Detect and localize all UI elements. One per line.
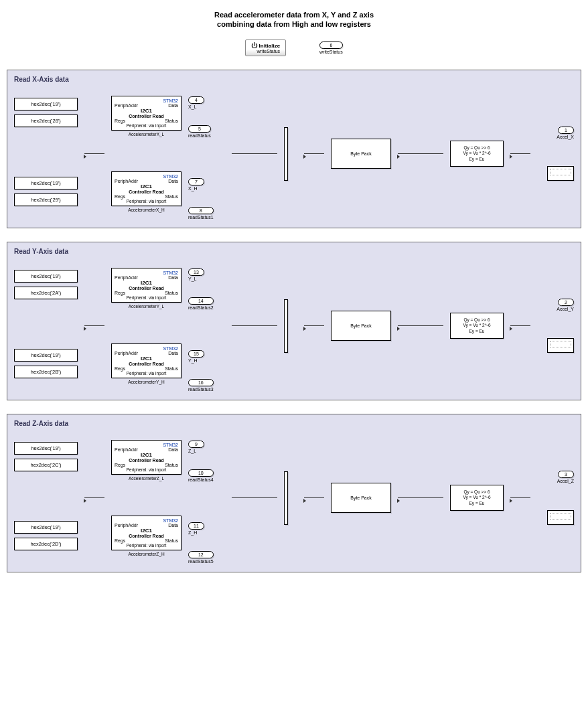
i2c-reader-low[interactable]: STM32 PeriphAddrData I2C1 Controller Rea… — [111, 440, 181, 475]
outport-data-high[interactable]: 7 — [188, 178, 204, 185]
i2c-reader-high[interactable]: STM32 PeriphAddrData I2C1 Controller Rea… — [111, 171, 181, 206]
wire — [398, 325, 443, 326]
const-reg-high[interactable]: hex2dec('2B') — [14, 366, 78, 378]
outport-status-low[interactable]: 10 — [188, 469, 214, 477]
shift-arithmetic-block[interactable]: Qy = Qu >> 6 Vy = Vu * 2^-6 Ey = Eu — [450, 313, 504, 339]
const-reg-high[interactable]: hex2dec('29') — [14, 193, 78, 206]
outport-data-low[interactable]: 13 — [188, 268, 204, 276]
const-reg-high[interactable]: hex2dec('2D') — [14, 538, 78, 550]
peripheral-text: Peripheral: via inport — [115, 371, 178, 376]
controller-read-label: Controller Read — [115, 114, 178, 119]
status-port-high: 12 readStatus5 — [188, 551, 214, 564]
outport-status-low-label: readStatus4 — [188, 477, 214, 482]
status-port-low: 14 readStatus2 — [188, 297, 214, 310]
outport-accel-label: Accel_Y — [557, 307, 574, 311]
port-periphaddr: PeriphAddr — [115, 275, 138, 280]
data-port-high: 7 X_H — [188, 178, 204, 191]
bus-label: I2C1 — [115, 280, 178, 286]
i2c-reader-high[interactable]: STM32 PeriphAddrData I2C1 Controller Rea… — [111, 516, 181, 550]
outport-writestatus[interactable]: 6 — [319, 42, 343, 49]
controller-read-label: Controller Read — [115, 189, 178, 194]
wire — [510, 325, 530, 326]
reader-name-low: AccelerometerX_L — [111, 132, 181, 137]
port-status: Status — [165, 538, 178, 543]
port-periphaddr: PeriphAddr — [115, 447, 138, 452]
const-addr-low[interactable]: hex2dec('19') — [14, 98, 78, 110]
outport-data-low[interactable]: 4 — [188, 96, 204, 104]
data-port-high: 11 Z_H — [188, 522, 204, 535]
port-status: Status — [165, 463, 178, 467]
constants-column: hex2dec('19') hex2dec('2C') hex2dec('19'… — [14, 433, 78, 564]
axis-outport: 3 Accel_Z — [557, 471, 574, 483]
initialize-block[interactable]: ⏻ Initialize writeStatus — [245, 40, 286, 56]
readers-column: STM32 PeriphAddrData I2C1 Controller Rea… — [111, 260, 181, 392]
outport-status-high[interactable]: 16 — [188, 379, 214, 386]
outport-accel[interactable]: 2 — [558, 299, 574, 306]
display-block[interactable] — [547, 510, 574, 525]
axis-section: Read Z-Axis data hex2dec('19') hex2dec('… — [7, 414, 581, 572]
const-addr-high[interactable]: hex2dec('19') — [14, 521, 78, 534]
vendor-label: STM32 — [115, 174, 178, 179]
const-addr-low[interactable]: hex2dec('19') — [14, 270, 78, 283]
wire — [304, 497, 324, 498]
mux-block[interactable] — [284, 299, 288, 353]
outport-status-low[interactable]: 5 — [188, 125, 211, 133]
outport-data-low-label: Y_L — [188, 277, 204, 281]
vendor-label: STM32 — [115, 443, 178, 447]
outport-accel[interactable]: 3 — [558, 471, 574, 478]
readers-column: STM32 PeriphAddrData I2C1 Controller Rea… — [111, 88, 181, 220]
const-reg-low[interactable]: hex2dec('28') — [14, 114, 78, 127]
i2c-reader-low[interactable]: STM32 PeriphAddrData I2C1 Controller Rea… — [111, 268, 181, 303]
outport-status-low[interactable]: 14 — [188, 297, 214, 305]
reader-name-high: AccelerometerZ_H — [111, 552, 181, 556]
i2c-reader-low[interactable]: STM32 PeriphAddrData I2C1 Controller Rea… — [111, 96, 181, 131]
outport-status-high-label: readStatus5 — [188, 559, 214, 564]
reader-name-high: AccelerometerY_H — [111, 380, 181, 384]
outport-data-high[interactable]: 11 — [188, 522, 204, 530]
mux-block[interactable] — [284, 127, 288, 181]
const-addr-low[interactable]: hex2dec('19') — [14, 442, 78, 455]
outport-data-low-label: X_L — [188, 104, 204, 109]
display-block[interactable] — [547, 338, 574, 353]
const-addr-high[interactable]: hex2dec('19') — [14, 349, 78, 362]
i2c-reader-high[interactable]: STM32 PeriphAddrData I2C1 Controller Rea… — [111, 343, 181, 378]
vendor-label: STM32 — [115, 518, 178, 523]
shift-line1: Qy = Qu >> 6 — [453, 145, 500, 151]
byte-pack-block[interactable]: Byte Pack — [331, 483, 391, 513]
bus-label: I2C1 — [115, 356, 178, 362]
port-data: Data — [168, 179, 178, 183]
const-reg-low[interactable]: hex2dec('2C') — [14, 459, 78, 471]
shift-arithmetic-block[interactable]: Qy = Qu >> 6 Vy = Vu * 2^-6 Ey = Eu — [450, 485, 504, 511]
const-reg-low[interactable]: hex2dec('2A') — [14, 287, 78, 299]
port-regs: Regs — [115, 538, 125, 543]
reader-name-low: AccelerometerZ_L — [111, 476, 181, 481]
port-column: 4 X_L 5 readStatus 7 X_H 8 readS — [188, 88, 225, 220]
outport-data-low[interactable]: 9 — [188, 441, 204, 448]
shift-line1: Qy = Qu >> 6 — [453, 489, 500, 495]
shift-line2: Vy = Vu * 2^-6 — [453, 323, 500, 328]
outport-accel[interactable]: 1 — [558, 127, 574, 134]
controller-read-label: Controller Read — [115, 534, 178, 538]
port-status: Status — [165, 194, 178, 199]
display-block[interactable] — [547, 166, 574, 181]
bus-label: I2C1 — [115, 108, 178, 114]
outport-writestatus-label: writeStatus — [319, 50, 343, 54]
const-addr-high[interactable]: hex2dec('19') — [14, 177, 78, 189]
mux-block[interactable] — [284, 471, 288, 525]
port-regs: Regs — [115, 291, 125, 295]
constants-column: hex2dec('19') hex2dec('2A') hex2dec('19'… — [14, 260, 78, 392]
initialize-row: ⏻ Initialize writeStatus 6 writeStatus — [7, 40, 581, 56]
readers-column: STM32 PeriphAddrData I2C1 Controller Rea… — [111, 433, 181, 564]
peripheral-text: Peripheral: via inport — [115, 543, 178, 548]
outport-status-high[interactable]: 12 — [188, 551, 214, 558]
outport-data-high[interactable]: 15 — [188, 350, 204, 358]
status-port-low: 10 readStatus4 — [188, 469, 214, 482]
byte-pack-block[interactable]: Byte Pack — [331, 139, 391, 169]
outport-status-low-label: readStatus — [188, 133, 211, 138]
byte-pack-block[interactable]: Byte Pack — [331, 311, 391, 341]
wire — [84, 153, 104, 154]
outport-status-high[interactable]: 8 — [188, 207, 214, 214]
peripheral-text: Peripheral: via inport — [115, 123, 178, 128]
shift-arithmetic-block[interactable]: Qy = Qu >> 6 Vy = Vu * 2^-6 Ey = Eu — [450, 141, 504, 167]
wire — [232, 325, 277, 326]
